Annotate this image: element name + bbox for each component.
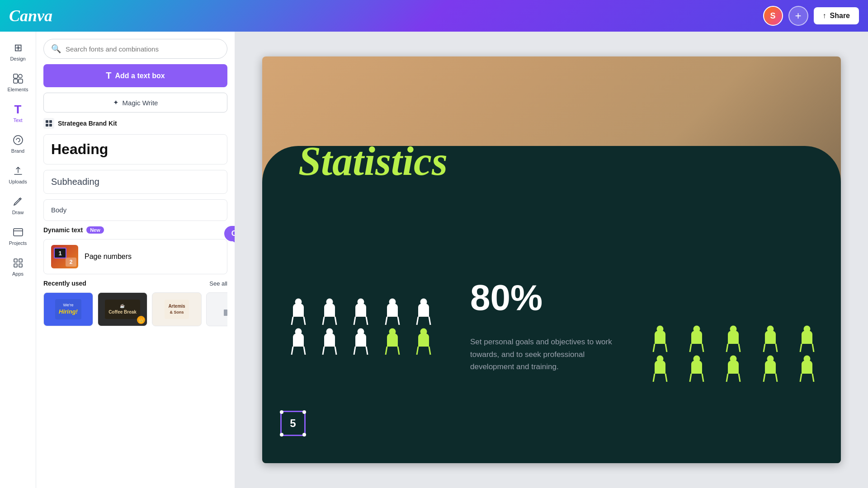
recently-used-label: Recently used: [43, 280, 86, 287]
right-person-1: [651, 325, 669, 352]
sidebar-item-draw[interactable]: Draw: [2, 191, 34, 220]
svg-line-75: [812, 374, 814, 382]
svg-line-60: [812, 344, 814, 352]
page-num-1: 1: [54, 248, 66, 258]
add-person-button[interactable]: +: [788, 6, 808, 26]
svg-line-62: [653, 374, 655, 382]
svg-line-39: [366, 347, 368, 355]
uploads-icon: [12, 164, 24, 177]
sidebar-item-projects[interactable]: Projects: [2, 221, 34, 250]
page-numbers-thumbnail: 1 2: [51, 245, 78, 268]
svg-line-72: [776, 374, 777, 382]
right-person-6: [651, 355, 669, 382]
sidebar-label-uploads: Uploads: [9, 179, 27, 184]
body-style-item[interactable]: Body: [43, 199, 227, 221]
svg-line-21: [335, 317, 336, 325]
svg-line-51: [702, 344, 703, 352]
draw-icon: [12, 195, 24, 208]
right-person-9: [761, 355, 779, 382]
design-icon: ⊞: [12, 42, 24, 54]
svg-line-32: [292, 347, 293, 355]
sidebar-item-apps[interactable]: Apps: [2, 252, 34, 281]
sidebar-label-draw: Draw: [12, 210, 24, 215]
slide[interactable]: Statistics 80% Set personal goals and ob…: [262, 56, 841, 463]
recent-items: We're Hiring! ☕ Coffee Break 👑 Artemis &…: [43, 292, 227, 326]
svg-line-26: [386, 317, 387, 325]
sidebar-label-elements: Elements: [8, 87, 28, 92]
share-upload-icon: ↑: [823, 12, 826, 20]
text-panel: 🔍 T Add a text box ✦ Magic Write Strateg…: [36, 32, 235, 488]
sidebar-label-apps: Apps: [12, 271, 24, 277]
svg-line-57: [776, 344, 777, 352]
svg-line-53: [726, 344, 728, 352]
svg-line-42: [398, 347, 399, 355]
subheading-label: Subheading: [51, 177, 99, 187]
page-numbers-card[interactable]: 1 2 Page numbers Charlie: [43, 239, 227, 274]
brand-kit-icon: [43, 118, 54, 129]
svg-line-24: [366, 317, 368, 325]
svg-rect-11: [46, 124, 48, 127]
svg-line-35: [323, 347, 324, 355]
right-person-10: [798, 355, 816, 382]
page-number-widget[interactable]: 5: [280, 411, 306, 436]
corner-handle-br: [302, 433, 306, 436]
share-button[interactable]: ↑ Share: [814, 7, 859, 24]
recent-item-chart[interactable]: ›: [206, 292, 227, 326]
person-icon-1: [289, 298, 307, 325]
svg-line-50: [690, 344, 691, 352]
person-icon-6: [289, 328, 307, 355]
svg-line-59: [800, 344, 802, 352]
svg-rect-3: [19, 79, 23, 83]
recent-item-coffee[interactable]: ☕ Coffee Break 👑: [98, 292, 147, 326]
person-icon-7: [321, 328, 339, 355]
svg-rect-8: [19, 264, 22, 267]
page-numbers-label: Page numbers: [85, 253, 132, 261]
recent-item-hiring[interactable]: We're Hiring!: [43, 292, 93, 326]
svg-line-27: [398, 317, 399, 325]
magic-write-button[interactable]: ✦ Magic Write: [43, 93, 227, 113]
stat-percent: 80%: [470, 277, 542, 319]
svg-line-71: [764, 374, 765, 382]
svg-line-44: [417, 347, 418, 355]
apps-icon: [12, 257, 24, 269]
slide-title: Statistics: [298, 138, 448, 184]
dynamic-text-header: Dynamic text New: [43, 226, 227, 234]
header: Canva S + ↑ Share: [0, 0, 868, 32]
svg-line-17: [292, 317, 293, 325]
search-input[interactable]: [66, 45, 220, 53]
body-label: Body: [51, 206, 66, 214]
person-icon-3: [352, 298, 370, 325]
search-box[interactable]: 🔍: [43, 39, 227, 59]
recent-item-artemis[interactable]: Artemis & Sons: [152, 292, 202, 326]
svg-line-29: [417, 317, 418, 325]
person-icon-4: [383, 298, 401, 325]
add-text-button[interactable]: T Add a text box: [43, 64, 227, 87]
text-box-icon: T: [106, 70, 111, 81]
right-person-4: [761, 325, 779, 352]
sidebar-item-uploads[interactable]: Uploads: [2, 160, 34, 189]
see-all-link[interactable]: See all: [209, 280, 227, 287]
right-person-7: [688, 355, 706, 382]
heading-style-item[interactable]: Heading: [43, 134, 227, 164]
sidebar-label-projects: Projects: [9, 240, 27, 246]
svg-line-45: [429, 347, 430, 355]
svg-point-1: [19, 75, 22, 78]
avatar[interactable]: S: [763, 6, 783, 26]
sidebar-item-brand[interactable]: Brand: [2, 129, 34, 158]
subheading-style-item[interactable]: Subheading: [43, 170, 227, 194]
header-right: S + ↑ Share: [763, 6, 859, 26]
projects-icon: [12, 226, 24, 239]
people-group-left: [289, 298, 443, 355]
sidebar-item-elements[interactable]: Elements: [2, 68, 34, 97]
page-number-value: 5: [290, 417, 296, 430]
magic-write-icon: ✦: [113, 99, 119, 107]
dynamic-text-label: Dynamic text: [43, 226, 83, 234]
sidebar-item-text[interactable]: T Text: [2, 99, 34, 127]
svg-rect-0: [14, 74, 18, 78]
svg-line-66: [702, 374, 703, 382]
sidebar-item-design[interactable]: ⊞ Design: [2, 37, 34, 66]
svg-line-69: [739, 374, 740, 382]
text-icon: T: [12, 103, 24, 116]
right-person-3: [724, 325, 742, 352]
svg-rect-9: [46, 120, 48, 123]
